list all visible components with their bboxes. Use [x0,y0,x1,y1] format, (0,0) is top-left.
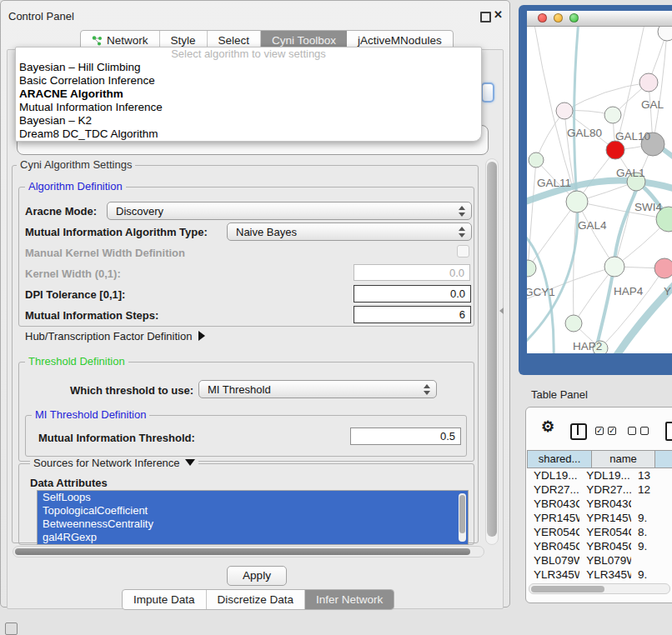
table-cell: YDL19... [579,468,631,482]
column-header-name[interactable]: name [592,450,655,468]
list-scrollbar[interactable] [459,493,466,542]
table-row[interactable]: YER054CYER054C8. [527,525,672,539]
table-cell: YBR045C [579,539,631,553]
mi-threshold-definition-title: MI Threshold Definition [32,409,149,421]
collapse-down-icon [185,459,195,466]
network-edge[interactable] [528,202,577,268]
table-cell [631,497,672,511]
network-canvas[interactable]: GALGAL80GAL10GAL1GAL11SWI4GAL4GCY1HAP4YH… [527,27,672,353]
table-cell: YER054C [579,525,631,539]
stepper-arrows-icon [424,383,431,396]
splitpane-collapse-icon[interactable] [499,308,504,314]
aracne-mode-select[interactable]: Discovery [107,202,472,220]
table-row[interactable]: YBL079WYBL079W [527,553,672,568]
node-label: GAL4 [578,219,607,232]
table-cell: YDR27... [527,482,579,497]
which-threshold-select[interactable]: MI Threshold [198,380,437,398]
tab-discretize-data[interactable]: Discretize Data [207,590,306,609]
manual-kernel-width-checkbox[interactable] [457,245,469,258]
zoom-traffic-light-icon[interactable] [569,13,579,22]
list-item[interactable]: BetweennessCentrality [38,518,468,531]
tab-impute-data[interactable]: Impute Data [123,590,207,609]
network-node[interactable] [556,102,573,119]
dropdown-item-selected[interactable]: ARACNE Algorithm [16,88,481,101]
node-label: GAL10 [615,130,650,142]
column-header-shared-name[interactable]: shared... [527,450,592,468]
network-node[interactable] [527,260,536,277]
close-traffic-light-icon[interactable] [538,13,547,22]
network-node[interactable] [606,141,624,159]
network-edge-highlighted[interactable] [614,272,672,353]
close-icon[interactable]: ✕ [494,8,503,21]
sources-group-title[interactable]: Sources for Network Inference [30,458,198,469]
network-edge[interactable] [564,82,649,111]
table-row[interactable]: YBR043CYBR043C [527,497,672,511]
mi-algorithm-type-select[interactable]: Naive Bayes [227,222,472,241]
table-horizontal-scrollbar[interactable] [529,583,670,594]
settings-vertical-scrollbar[interactable] [485,158,499,545]
mi-steps-field[interactable]: 6 [354,306,471,323]
apply-button[interactable]: Apply [227,566,287,586]
table-cell: YER054C [527,525,579,539]
network-window-titlebar[interactable] [527,11,672,27]
node-label: HAP4 [614,285,644,298]
node-label: GAL80 [567,127,602,139]
network-node[interactable] [639,73,658,92]
network-node[interactable] [604,107,621,123]
checkbox-checked-icon[interactable]: ✓ [595,427,604,435]
minimize-traffic-light-icon[interactable] [554,13,563,22]
table-row[interactable]: YLR345WYLR345W9. [527,568,672,582]
network-node[interactable] [529,152,544,168]
kernel-width-field[interactable]: 0.0 [354,264,470,281]
scrollbar-thumb[interactable] [487,162,497,537]
settings-horizontal-scrollbar[interactable] [13,546,484,558]
table-cell: YDL19... [527,468,579,482]
table-cell: YPR145W [527,511,579,525]
dropdown-item[interactable]: Mutual Information Inference [16,101,481,114]
algorithm-combobox-stepper[interactable] [481,82,494,102]
data-attributes-list[interactable]: SelfLoops TopologicalCoefficient Between… [37,490,469,545]
table-cell: 9. [631,511,672,525]
dpi-tolerance-field[interactable]: 0.0 [354,285,471,302]
checkbox-checked-icon[interactable]: ✓ [608,427,616,435]
panel-grip-icon[interactable] [5,622,18,635]
table-row[interactable]: YDR27...YDR27...12 [527,482,672,497]
table-cell: YLR345W [579,568,631,582]
table-cell: YBR043C [527,497,579,511]
threshold-definition-title: Threshold Definition [25,356,128,368]
dropdown-item[interactable]: Bayesian – Hill Climbing [16,61,481,74]
network-node[interactable] [658,27,672,41]
table-rows: YDL19...YDL19...13YDR27...YDR27...12YBR0… [527,468,672,585]
network-edge[interactable] [577,202,614,267]
dropdown-item[interactable]: Dream8 DC_TDC Algorithm [16,128,481,141]
checkbox-unchecked-icon[interactable] [640,427,649,435]
table-row[interactable]: YPR145WYPR145W9. [527,511,672,525]
node-label: SWI4 [634,201,662,213]
network-node[interactable] [654,258,672,278]
cyni-algorithm-settings-title: Cyni Algorithm Settings [17,159,135,171]
document-icon[interactable] [665,422,672,441]
scrollbar-thumb[interactable] [15,548,470,555]
table-row[interactable]: YBR045CYBR045C9. [527,539,672,553]
gear-icon[interactable]: ⚙ [541,421,554,433]
list-item[interactable]: SelfLoops [38,491,468,504]
list-item[interactable]: gal4RGexp [38,531,468,544]
list-item[interactable]: TopologicalCoefficient [38,504,468,518]
network-node[interactable] [566,191,588,212]
checkbox-unchecked-icon[interactable] [628,427,636,435]
table-cell: YDR27... [579,482,631,497]
mi-threshold-field[interactable]: 0.5 [350,428,461,445]
control-panel-title: Control Panel [8,10,74,22]
float-window-icon[interactable] [480,12,491,22]
dropdown-item[interactable]: Bayesian – K2 [16,114,481,128]
table-cell: YBR043C [579,497,631,511]
node-label: Y [664,285,671,298]
network-node[interactable] [604,257,624,277]
network-node[interactable] [565,315,582,332]
table-row[interactable]: YDL19...YDL19...13 [527,468,672,482]
split-columns-icon[interactable] [570,423,587,440]
scrollbar-thumb[interactable] [531,586,604,592]
column-header-partial[interactable]: A [655,450,672,468]
dropdown-item[interactable]: Basic Correlation Inference [16,74,481,88]
tab-infer-network[interactable]: Infer Network [305,590,394,609]
